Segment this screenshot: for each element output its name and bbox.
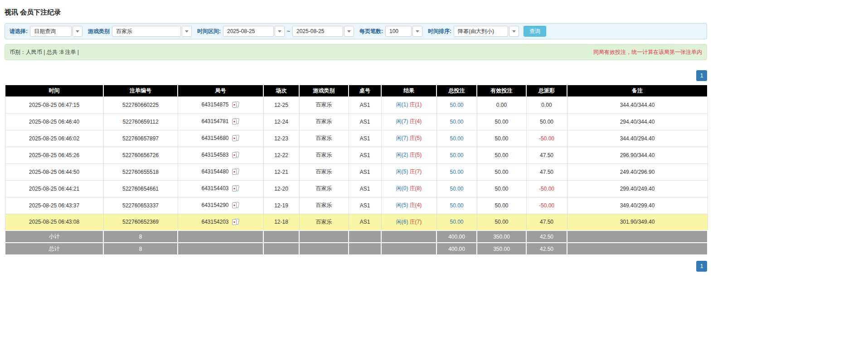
total-bet-link[interactable]: 50.00 (450, 202, 463, 209)
cell-round: 643154875 (178, 96, 263, 113)
cell-bet-id: 522760655518 (103, 163, 178, 180)
footer-cell-remark (567, 243, 708, 255)
date-range-separator: ~ (287, 28, 290, 34)
cards-icon[interactable] (232, 185, 240, 192)
game-type-input[interactable]: 百家乐 (112, 26, 181, 37)
total-bet-link[interactable]: 50.00 (450, 135, 463, 142)
cell-remark: 344.40/344.40 (567, 96, 708, 113)
cell-payout: -50.00 (526, 197, 567, 214)
cell-payout: -50.00 (526, 130, 567, 147)
date-to-input[interactable]: 2025-08-25 (292, 26, 343, 37)
cell-table-no: AS1 (349, 147, 381, 163)
cell-session: 12-20 (263, 180, 299, 197)
column-header-bet-id: 注单编号 (103, 85, 178, 96)
date-from-input[interactable]: 2025-08-25 (223, 26, 274, 37)
cell-time: 2025-08-25 06:44:21 (5, 180, 103, 197)
cell-round: 643154290 (178, 197, 263, 214)
page-button-1[interactable]: 1 (696, 261, 707, 272)
search-button[interactable]: 查询 (524, 26, 546, 37)
cell-game-type: 百家乐 (299, 96, 349, 113)
bet-table: 时间注单编号局号场次游戏类别桌号结果总投注有效投注总派彩备注 2025-08-2… (5, 85, 708, 255)
result-banker: 庄(4) (410, 202, 422, 208)
game-type-label: 游戏类别 (88, 28, 110, 35)
column-header-result: 结果 (381, 85, 436, 96)
summary-left-text: 币别：人民币 | 总共 :8 注单 | (10, 48, 79, 56)
footer-cell-payout: 42.50 (526, 230, 567, 243)
page-size-input[interactable]: 100 (385, 26, 412, 37)
cell-session: 12-23 (263, 130, 299, 147)
footer-cell-time: 小计 (5, 230, 103, 243)
total-bet-link[interactable]: 50.00 (450, 186, 463, 192)
total-bet-link[interactable]: 50.00 (450, 219, 463, 225)
query-type-input[interactable]: 日期查询 (30, 26, 72, 37)
cell-remark: 294.40/344.40 (567, 113, 708, 130)
page-button-1[interactable]: 1 (696, 70, 707, 81)
result-banker: 庄(5) (410, 152, 422, 158)
cell-game-type: 百家乐 (299, 180, 349, 197)
cards-icon[interactable] (232, 118, 240, 125)
cell-round: 643154403 (178, 180, 263, 197)
cards-icon[interactable] (232, 219, 240, 225)
total-bet-link[interactable]: 50.00 (450, 152, 463, 158)
sort-label: 时间排序: (428, 28, 451, 35)
chevron-down-icon[interactable] (73, 26, 82, 37)
cards-icon[interactable] (232, 101, 240, 108)
cards-icon[interactable] (232, 168, 240, 175)
cards-icon[interactable] (232, 152, 240, 158)
cell-bet-id: 522760657897 (103, 130, 178, 147)
total-bet-link[interactable]: 50.00 (450, 102, 463, 108)
cell-valid-bet: 50.00 (477, 214, 526, 230)
chevron-down-icon[interactable] (275, 26, 285, 37)
filter-bar: 请选择: 日期查询 游戏类别 百家乐 时间区间: 2025-08-25 ~ 20… (5, 23, 707, 39)
sort-input[interactable]: 降幂(由大到小) (454, 26, 508, 37)
column-header-time: 时间 (5, 85, 103, 96)
total-bet-link[interactable]: 50.00 (450, 119, 463, 125)
column-header-valid-bet: 有效投注 (477, 85, 526, 96)
result-player: 闲(5) (396, 202, 408, 208)
cell-bet-id: 522760656726 (103, 147, 178, 163)
cell-round: 643154480 (178, 163, 263, 180)
footer-cell-time: 总计 (5, 243, 103, 255)
footer-cell-session (263, 230, 299, 243)
cell-total-bet: 50.00 (436, 180, 477, 197)
total-bet-link[interactable]: 50.00 (450, 169, 463, 175)
footer-cell-table-no (349, 243, 381, 255)
cell-table-no: AS1 (349, 130, 381, 147)
table-header-row: 时间注单编号局号场次游戏类别桌号结果总投注有效投注总派彩备注 (5, 85, 708, 96)
result-player: 闲(7) (396, 118, 408, 125)
footer-cell-valid-bet: 350.00 (477, 243, 526, 255)
cell-table-no: AS1 (349, 96, 381, 113)
cards-icon[interactable] (232, 135, 240, 142)
cell-bet-id: 522760654661 (103, 180, 178, 197)
cell-valid-bet: 50.00 (477, 130, 526, 147)
column-header-remark: 备注 (567, 85, 708, 96)
cell-remark: 349.40/299.40 (567, 197, 708, 214)
table-row: 2025-08-25 06:47:15522760660225643154875… (5, 96, 708, 113)
chevron-down-icon[interactable] (412, 26, 422, 37)
cell-session: 12-21 (263, 163, 299, 180)
cards-icon[interactable] (232, 202, 240, 209)
cell-session: 12-19 (263, 197, 299, 214)
chevron-down-icon[interactable] (344, 26, 354, 37)
footer-cell-round (178, 230, 263, 243)
round-number: 643154403 (201, 185, 228, 192)
cell-time: 2025-08-25 06:46:02 (5, 130, 103, 147)
cell-total-bet: 50.00 (436, 96, 477, 113)
cell-total-bet: 50.00 (436, 147, 477, 163)
cell-bet-id: 522760652369 (103, 214, 178, 230)
cell-valid-bet: 50.00 (477, 147, 526, 163)
cell-round: 643154583 (178, 147, 263, 163)
table-row: 2025-08-25 06:43:37522760653337643154290… (5, 197, 708, 214)
column-header-session: 场次 (263, 85, 299, 96)
column-header-game-type: 游戏类别 (299, 85, 349, 96)
result-banker: 庄(5) (410, 135, 422, 141)
chevron-down-icon[interactable] (509, 26, 519, 37)
footer-cell-session (263, 243, 299, 255)
cell-result: 闲(7)庄(5) (381, 130, 436, 147)
footer-cell-payout: 42.50 (526, 243, 567, 255)
result-banker: 庄(4) (410, 118, 422, 125)
result-banker: 庄(7) (410, 219, 422, 225)
footer-cell-total-bet: 400.00 (436, 230, 477, 243)
footer-cell-game-type (299, 230, 349, 243)
chevron-down-icon[interactable] (182, 26, 192, 37)
